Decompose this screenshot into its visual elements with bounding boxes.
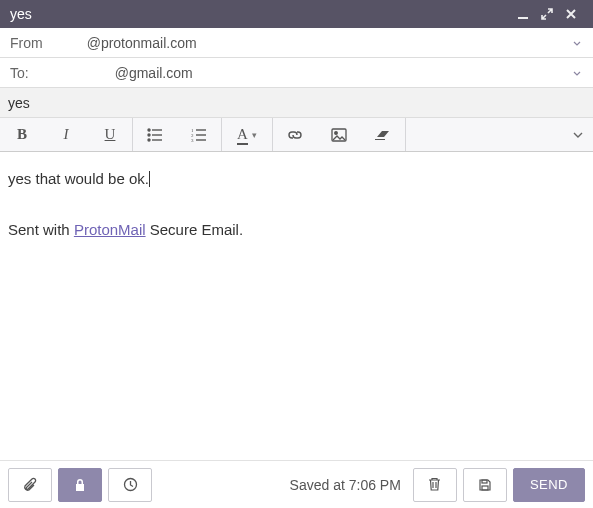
format-toolbar: B I U 123 A ▾ (0, 118, 593, 152)
subject-row[interactable]: yes (0, 88, 593, 118)
protonmail-link[interactable]: ProtonMail (74, 221, 146, 238)
link-button[interactable] (273, 118, 317, 151)
font-color-icon: A (237, 126, 248, 142)
svg-point-3 (148, 134, 150, 136)
subject-value: yes (8, 95, 30, 111)
composer-footer: Saved at 7:06 PM SEND (0, 460, 593, 508)
to-dropdown[interactable] (571, 65, 583, 81)
chevron-down-icon (573, 70, 581, 78)
discard-button[interactable] (413, 468, 457, 502)
close-icon (565, 8, 577, 20)
from-value: @protonmail.com (49, 35, 571, 51)
italic-icon: I (64, 126, 69, 143)
paperclip-icon (22, 477, 38, 493)
expand-button[interactable] (535, 8, 559, 20)
body-line: yes that would be ok. (8, 168, 585, 191)
chevron-down-icon (573, 40, 581, 48)
attachment-button[interactable] (8, 468, 52, 502)
close-button[interactable] (559, 8, 583, 20)
toolbar-more-button[interactable] (563, 118, 593, 151)
to-value: @gmail.com (35, 65, 571, 81)
svg-point-14 (335, 131, 338, 134)
svg-point-1 (148, 129, 150, 131)
save-draft-button[interactable] (463, 468, 507, 502)
save-icon (478, 478, 492, 492)
expiration-button[interactable] (108, 468, 152, 502)
send-button[interactable]: SEND (513, 468, 585, 502)
composer-title: yes (10, 6, 511, 22)
minimize-icon (517, 8, 529, 20)
lock-icon (73, 478, 87, 492)
minimize-button[interactable] (511, 8, 535, 20)
bold-icon: B (17, 126, 27, 143)
from-label: From (10, 35, 43, 51)
bullet-list-icon (147, 128, 163, 142)
from-row[interactable]: From @protonmail.com (0, 28, 593, 58)
encryption-button[interactable] (58, 468, 102, 502)
text-cursor (149, 171, 150, 187)
bold-button[interactable]: B (0, 118, 44, 151)
numbered-list-icon: 123 (191, 128, 207, 142)
font-color-button[interactable]: A ▾ (222, 118, 272, 151)
image-button[interactable] (317, 118, 361, 151)
underline-button[interactable]: U (88, 118, 132, 151)
trash-icon (428, 477, 441, 492)
from-dropdown[interactable] (571, 35, 583, 51)
signature-line: Sent with ProtonMail Secure Email. (8, 219, 585, 242)
to-label: To: (10, 65, 29, 81)
svg-text:3: 3 (191, 138, 194, 142)
svg-point-5 (148, 139, 150, 141)
saved-status: Saved at 7:06 PM (290, 477, 401, 493)
clock-icon (123, 477, 138, 492)
ordered-list-button[interactable]: 123 (177, 118, 221, 151)
clear-format-button[interactable] (361, 118, 405, 151)
message-body[interactable]: yes that would be ok. Sent with ProtonMa… (0, 152, 593, 460)
link-icon (287, 128, 303, 142)
image-icon (331, 128, 347, 142)
svg-rect-0 (518, 17, 528, 19)
expand-icon (541, 8, 553, 20)
caret-down-icon (573, 131, 583, 139)
svg-rect-17 (482, 486, 488, 490)
chevron-down-icon: ▾ (252, 130, 257, 140)
to-row[interactable]: To: @gmail.com (0, 58, 593, 88)
eraser-icon (374, 129, 392, 141)
svg-rect-16 (482, 480, 487, 483)
underline-icon: U (105, 126, 116, 143)
unordered-list-button[interactable] (133, 118, 177, 151)
italic-button[interactable]: I (44, 118, 88, 151)
composer-titlebar: yes (0, 0, 593, 28)
